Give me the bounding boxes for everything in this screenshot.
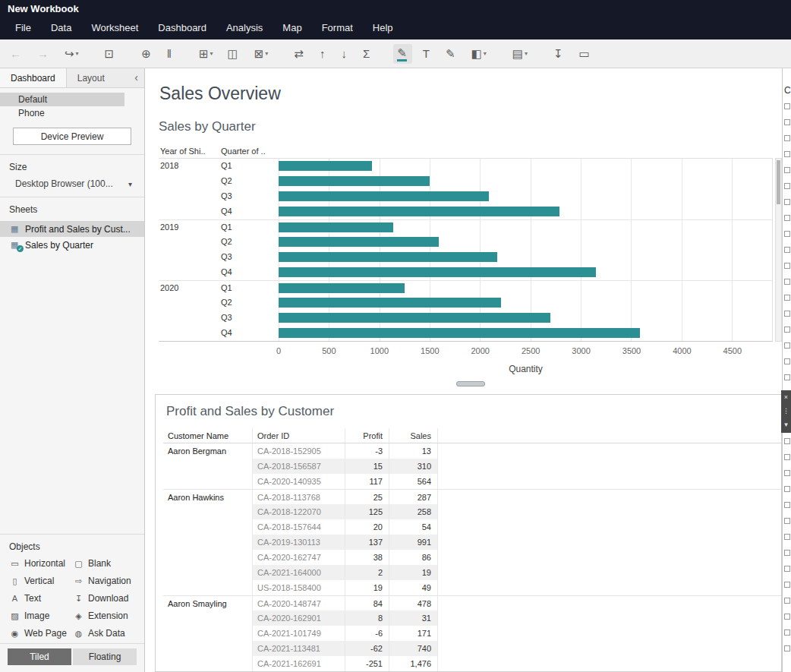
bar[interactable]	[279, 176, 430, 186]
table-row[interactable]: CA-2018-122070 125 258	[163, 504, 781, 519]
object-ask-data[interactable]: ◍ Ask Data	[73, 628, 135, 639]
column-header-profit[interactable]: Profit	[345, 428, 389, 443]
collapse-pane-icon[interactable]: ‹	[128, 68, 144, 87]
checkbox-icon[interactable]	[784, 215, 790, 221]
object-navigation[interactable]: ⇨ Navigation	[73, 576, 135, 586]
chart-zone[interactable]: Sales by Quarter Year of Shi.. Quarter o…	[155, 104, 782, 394]
clear-sheet-button[interactable]: ⊠ ▾	[251, 45, 273, 62]
grip-icon[interactable]: ⋮	[783, 407, 789, 415]
checkbox-icon[interactable]	[784, 502, 790, 508]
menu-item[interactable]: Dashboard	[148, 17, 216, 39]
scrollbar-thumb[interactable]	[777, 160, 780, 204]
bar[interactable]	[279, 252, 497, 262]
checkbox-icon[interactable]	[784, 327, 790, 333]
checkbox-icon[interactable]	[784, 518, 790, 524]
menu-item[interactable]: Worksheet	[81, 17, 148, 39]
pause-updates-button[interactable]: ‖	[163, 45, 177, 62]
menu-item[interactable]: Help	[363, 17, 403, 39]
table-row[interactable]: US-2018-158400 19 49	[163, 580, 781, 595]
column-header-customer[interactable]: Customer Name	[163, 428, 253, 443]
redo-button[interactable]: ↪ ▾	[61, 45, 83, 62]
axis-title[interactable]: Quantity	[279, 364, 773, 374]
checkbox-icon[interactable]	[784, 119, 790, 125]
bar[interactable]	[279, 222, 393, 232]
table-row[interactable]: CA-2020-162747 38 86	[163, 550, 781, 565]
checkbox-icon[interactable]	[784, 231, 790, 237]
bar[interactable]	[279, 283, 405, 293]
save-button[interactable]: ⊡	[101, 45, 120, 62]
table-zone[interactable]: Profit and Sales by Customer Customer Na…	[155, 394, 782, 672]
sheet-item-profit-and-sales[interactable]: ▦ Profit and Sales by Cust...	[0, 221, 144, 237]
bar[interactable]	[279, 267, 596, 277]
floating-button[interactable]: Floating	[73, 648, 137, 665]
checkbox-icon[interactable]	[784, 151, 790, 157]
bar[interactable]	[279, 328, 640, 338]
sort-ascending-button[interactable]: ↑	[316, 45, 331, 62]
vertical-scrollbar[interactable]	[775, 158, 782, 342]
tab-dashboard[interactable]: Dashboard	[0, 68, 67, 87]
checkbox-icon[interactable]	[784, 454, 790, 460]
checkbox-icon[interactable]	[784, 629, 790, 636]
show-cards-button[interactable]: ▤ ▾	[509, 45, 531, 62]
bar[interactable]	[279, 298, 501, 308]
table-row[interactable]: Aaron Smayling CA-2020-148747 84 478	[163, 595, 781, 610]
device-phone[interactable]: Phone	[0, 106, 124, 120]
checkbox-icon[interactable]	[784, 566, 790, 572]
edit-button[interactable]: ✎	[442, 45, 461, 62]
bar[interactable]	[279, 191, 489, 201]
checkbox-icon[interactable]	[784, 279, 790, 285]
checkbox-icon[interactable]	[784, 374, 790, 380]
checkbox-icon[interactable]	[784, 342, 790, 349]
object-extension[interactable]: ◈ Extension	[73, 610, 135, 621]
duplicate-sheet-button[interactable]: ◫	[224, 45, 244, 62]
zone-resize-handle[interactable]	[456, 381, 485, 386]
checkbox-icon[interactable]	[784, 358, 790, 364]
table-row[interactable]: Aaron Bergman CA-2018-152905 -3 13	[163, 443, 781, 459]
forward-button[interactable]: →	[33, 45, 54, 62]
object-text[interactable]: A Text	[9, 593, 71, 604]
bar[interactable]	[279, 237, 439, 247]
checkbox-icon[interactable]	[784, 486, 790, 492]
table-row[interactable]: CA-2021-164000 2 19	[163, 565, 781, 580]
checkbox-icon[interactable]	[784, 534, 790, 540]
checkbox-icon[interactable]	[784, 438, 790, 444]
highlight-button[interactable]: ✎	[393, 44, 412, 64]
new-data-source-button[interactable]: ⊕	[137, 45, 156, 62]
object-download[interactable]: ↧ Download	[73, 593, 135, 604]
checkbox-icon[interactable]	[784, 582, 790, 588]
size-dropdown[interactable]: Desktop Browser (100... ▾	[9, 178, 135, 189]
object-vertical[interactable]: ▯ Vertical	[9, 576, 71, 586]
swap-rows-columns-button[interactable]: ⇄	[290, 45, 309, 62]
share-button[interactable]: ▭	[575, 45, 595, 62]
device-preview-button[interactable]: Device Preview	[13, 128, 131, 145]
fit-button[interactable]: ◧ ▾	[468, 45, 490, 62]
checkbox-icon[interactable]	[784, 550, 790, 556]
checkbox-icon[interactable]	[784, 470, 790, 476]
object-image[interactable]: ▨ Image	[9, 610, 71, 621]
menu-item[interactable]: Format	[312, 17, 363, 39]
menu-item[interactable]: File	[5, 17, 41, 39]
column-header-order-id[interactable]: Order ID	[253, 428, 345, 443]
checkbox-icon[interactable]	[784, 311, 790, 317]
checkbox-icon[interactable]	[784, 247, 790, 253]
object-web-page[interactable]: ◉ Web Page	[9, 628, 71, 639]
checkbox-icon[interactable]	[784, 183, 790, 189]
table-row[interactable]: CA-2021-113481 -62 740	[163, 641, 781, 656]
device-default[interactable]: Default	[0, 93, 124, 106]
checkbox-icon[interactable]	[784, 614, 790, 620]
back-button[interactable]: ←	[6, 45, 27, 62]
new-worksheet-button[interactable]: ⊞ ▾	[195, 45, 217, 62]
checkbox-icon[interactable]	[784, 199, 790, 205]
sheet-item-sales-by-quarter[interactable]: ▦✓ Sales by Quarter	[0, 237, 144, 253]
menu-item[interactable]: Analysis	[216, 17, 273, 39]
tab-layout[interactable]: Layout	[67, 68, 115, 87]
table-row[interactable]: CA-2021-101749 -6 171	[163, 626, 781, 641]
table-row[interactable]: CA-2019-130113 137 991	[163, 535, 781, 550]
bar[interactable]	[279, 313, 550, 323]
checkbox-icon[interactable]	[784, 645, 790, 651]
dashboard-title[interactable]: Sales Overview	[159, 84, 782, 104]
table-row[interactable]: CA-2018-157644 20 54	[163, 519, 781, 535]
checkbox-icon[interactable]	[784, 167, 790, 173]
menu-item[interactable]: Data	[41, 17, 81, 39]
close-icon[interactable]: ×	[784, 393, 788, 401]
